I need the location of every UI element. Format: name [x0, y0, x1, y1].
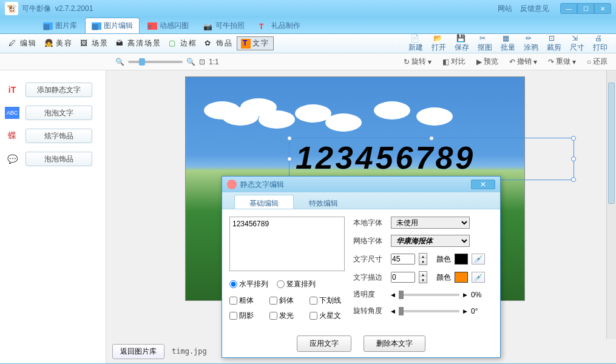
- stroke-input[interactable]: [391, 272, 415, 283]
- size-spinner[interactable]: ▲▼: [419, 253, 427, 265]
- canvas-rotate[interactable]: ↻ 旋转 ▾: [400, 55, 435, 68]
- action-size[interactable]: ⇲尺寸: [566, 34, 588, 53]
- tool-text[interactable]: T文字: [237, 36, 274, 50]
- vertical-scrollbar[interactable]: [606, 70, 616, 339]
- dialog-tab-basic[interactable]: 基础编辑: [234, 195, 294, 209]
- dialog-title: 静态文字编辑: [240, 180, 284, 190]
- stroke-color-swatch[interactable]: [455, 272, 468, 283]
- check-shadow[interactable]: 阴影: [229, 311, 261, 321]
- action-crop[interactable]: ⊡裁剪: [543, 34, 565, 53]
- canvas-redo[interactable]: ↷ 重做 ▾: [544, 55, 580, 68]
- back-to-library-button[interactable]: 返回图片库: [112, 344, 164, 359]
- opacity-value: 0%: [471, 291, 481, 299]
- toolbar: 🖊编辑 👧美容 🖼场景 🏔高清场景 ▢边框 ✿饰品 T文字 📄新建 📂打开 💾保…: [0, 34, 616, 53]
- zoom-in-icon[interactable]: 🔍: [186, 58, 195, 66]
- check-mars[interactable]: 火星文: [310, 311, 341, 321]
- app-logo: 🐮: [5, 2, 18, 15]
- size-input[interactable]: [391, 254, 415, 265]
- angle-label: 旋转角度: [353, 306, 387, 316]
- check-underline[interactable]: 下划线: [310, 295, 341, 306]
- link-site[interactable]: 网站: [498, 4, 512, 13]
- text-selection[interactable]: 123456789: [289, 138, 574, 180]
- apply-text-button[interactable]: 应用文字: [297, 335, 351, 352]
- main-tabs: ▦图片库 ▦图片编辑 ≡动感闪图 📷可牛拍照 T礼品制作: [0, 17, 616, 34]
- resize-handle[interactable]: [287, 157, 292, 161]
- angle-slider[interactable]: [399, 310, 459, 312]
- minimize-button[interactable]: —: [560, 3, 577, 14]
- dialog-titlebar[interactable]: 静态文字编辑 ✕: [222, 177, 500, 192]
- check-glow[interactable]: 发光: [269, 311, 301, 321]
- maximize-button[interactable]: ☐: [577, 3, 594, 14]
- action-open[interactable]: 📂打开: [428, 34, 450, 53]
- action-print[interactable]: 🖨打印: [589, 34, 611, 53]
- text-input[interactable]: [229, 217, 345, 271]
- action-doodle[interactable]: ✏涂鸦: [520, 34, 542, 53]
- tab-library[interactable]: ▦图片库: [36, 18, 84, 33]
- app-title: 可牛影像 v2.7.2.2001: [22, 4, 93, 14]
- action-batch[interactable]: ▦批量: [497, 34, 519, 53]
- canvas-restore[interactable]: ○ 还原: [583, 55, 611, 68]
- canvas-text[interactable]: 123456789: [289, 138, 574, 177]
- tab-gift[interactable]: T礼品制作: [252, 18, 307, 33]
- add-static-text-button[interactable]: 添加静态文字: [25, 83, 92, 97]
- titlebar: 🐮 可牛影像 v2.7.2.2001 网站 反馈意见 — ☐ ✕: [0, 0, 616, 17]
- resize-handle[interactable]: [571, 157, 576, 161]
- dialog-tab-effects[interactable]: 特效编辑: [294, 195, 353, 209]
- tab-edit[interactable]: ▦图片编辑: [85, 18, 140, 33]
- tab-animation[interactable]: ≡动感闪图: [141, 18, 195, 33]
- color-label: 颜色: [436, 254, 451, 265]
- stroke-spinner[interactable]: ▲▼: [419, 271, 427, 283]
- resize-handle[interactable]: [571, 136, 576, 141]
- resize-handle[interactable]: [429, 136, 434, 141]
- text-color-swatch[interactable]: [455, 254, 468, 265]
- bubble-text-icon: ABC: [5, 107, 19, 119]
- tool-decor[interactable]: ✿饰品: [201, 37, 237, 50]
- tool-scene[interactable]: 🖼场景: [76, 37, 112, 50]
- radio-horizontal[interactable]: 水平排列: [229, 279, 268, 289]
- resize-handle[interactable]: [571, 177, 576, 182]
- fancy-text-button[interactable]: 炫字饰品: [25, 129, 92, 143]
- action-new[interactable]: 📄新建: [405, 34, 427, 53]
- fancy-text-icon: 蝶: [5, 130, 19, 142]
- net-font-label: 网络字体: [353, 236, 387, 246]
- net-font-select[interactable]: 华康海报体: [391, 235, 470, 247]
- text-edit-dialog: 静态文字编辑 ✕ 基础编辑 特效编辑 水平排列 竖直排列 粗体 斜体 下划线 阴…: [222, 176, 501, 358]
- canvas-toolbar: 🔍 🔍 ⊡ 1:1 ↻ 旋转 ▾ ◧ 对比 ▶ 预览 ↶ 撤销 ▾ ↷ 重做 ▾…: [0, 53, 616, 70]
- tool-frame[interactable]: ▢边框: [165, 37, 201, 50]
- local-font-select[interactable]: 未使用: [391, 217, 470, 229]
- tool-beauty[interactable]: 👧美容: [41, 37, 76, 50]
- close-button[interactable]: ✕: [594, 3, 611, 14]
- check-bold[interactable]: 粗体: [229, 295, 261, 306]
- bubble-decor-icon: 💬: [5, 153, 19, 165]
- radio-vertical[interactable]: 竖直排列: [277, 279, 316, 289]
- bubble-text-button[interactable]: 泡泡文字: [25, 106, 92, 120]
- static-text-icon: iT: [5, 84, 19, 96]
- stroke-color-label: 颜色: [436, 272, 451, 283]
- delete-text-button[interactable]: 删除本文字: [364, 335, 425, 352]
- canvas-undo[interactable]: ↶ 撤销 ▾: [506, 55, 541, 68]
- dialog-close-button[interactable]: ✕: [471, 180, 495, 189]
- dialog-icon: [227, 180, 237, 189]
- zoom-slider[interactable]: [128, 61, 183, 63]
- zoom-out-icon[interactable]: 🔍: [115, 58, 124, 66]
- action-save[interactable]: 💾保存: [451, 34, 473, 53]
- stroke-color-picker[interactable]: 💉: [472, 272, 485, 283]
- text-color-picker[interactable]: 💉: [472, 254, 485, 265]
- tool-edit[interactable]: 🖊编辑: [5, 37, 41, 50]
- canvas-preview[interactable]: ▶ 预览: [473, 55, 502, 68]
- opacity-slider[interactable]: [399, 294, 459, 296]
- local-font-label: 本地字体: [353, 218, 387, 228]
- tool-hd-scene[interactable]: 🏔高清场景: [112, 37, 165, 50]
- zoom-fit-icon[interactable]: ⊡: [199, 58, 205, 66]
- tab-camera[interactable]: 📷可牛拍照: [197, 18, 251, 33]
- bubble-decor-button[interactable]: 泡泡饰品: [25, 152, 92, 166]
- action-cutout[interactable]: ✂抠图: [474, 34, 496, 53]
- sidebar: iT添加静态文字 ABC泡泡文字 蝶炫字饰品 💬泡泡饰品: [0, 70, 106, 363]
- check-italic[interactable]: 斜体: [269, 295, 301, 306]
- canvas-compare[interactable]: ◧ 对比: [439, 55, 469, 68]
- opacity-label: 透明度: [353, 289, 387, 300]
- filename-label: timg.jpg: [172, 347, 207, 356]
- resize-handle[interactable]: [287, 136, 292, 141]
- link-feedback[interactable]: 反馈意见: [520, 4, 549, 13]
- zoom-label: 1:1: [209, 58, 219, 66]
